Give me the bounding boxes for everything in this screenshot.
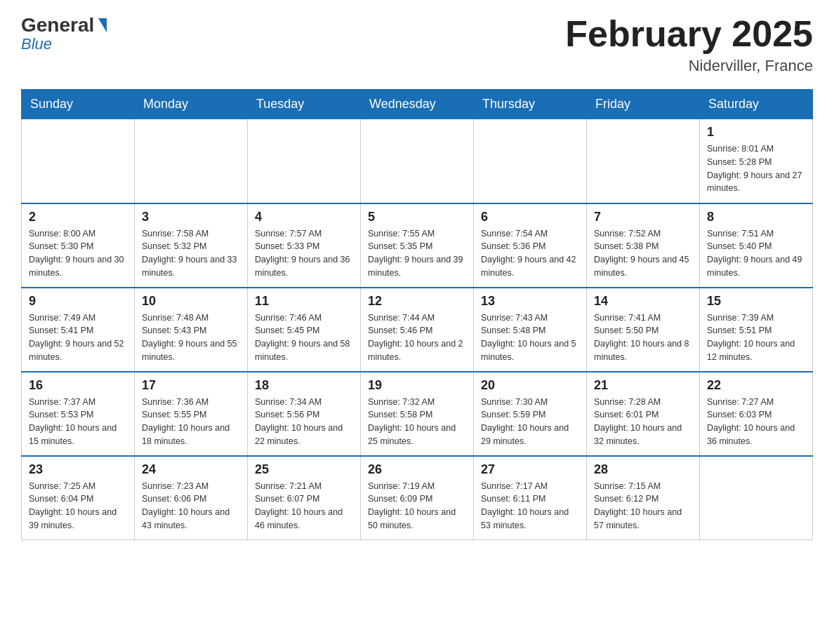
calendar-cell: 8Sunrise: 7:51 AMSunset: 5:40 PMDaylight… <box>700 203 813 288</box>
day-info: Sunrise: 7:48 AMSunset: 5:43 PMDaylight:… <box>142 311 240 364</box>
calendar-cell: 6Sunrise: 7:54 AMSunset: 5:36 PMDaylight… <box>474 203 587 288</box>
calendar-cell: 20Sunrise: 7:30 AMSunset: 5:59 PMDayligh… <box>474 372 587 456</box>
day-info: Sunrise: 7:41 AMSunset: 5:50 PMDaylight:… <box>594 311 692 364</box>
calendar-cell: 19Sunrise: 7:32 AMSunset: 5:58 PMDayligh… <box>361 372 474 456</box>
weekday-header-friday: Friday <box>587 90 700 119</box>
day-number: 7 <box>594 210 692 224</box>
calendar-table: SundayMondayTuesdayWednesdayThursdayFrid… <box>21 89 813 540</box>
week-row-3: 9Sunrise: 7:49 AMSunset: 5:41 PMDaylight… <box>22 288 813 372</box>
day-number: 19 <box>368 378 466 393</box>
day-number: 13 <box>481 294 579 309</box>
day-info: Sunrise: 7:54 AMSunset: 5:36 PMDaylight:… <box>481 227 579 280</box>
calendar-cell: 15Sunrise: 7:39 AMSunset: 5:51 PMDayligh… <box>700 288 813 372</box>
calendar-cell: 28Sunrise: 7:15 AMSunset: 6:12 PMDayligh… <box>587 456 700 540</box>
day-info: Sunrise: 8:00 AMSunset: 5:30 PMDaylight:… <box>29 227 127 280</box>
calendar-cell: 12Sunrise: 7:44 AMSunset: 5:46 PMDayligh… <box>361 288 474 372</box>
calendar-cell <box>135 119 248 203</box>
day-info: Sunrise: 7:34 AMSunset: 5:56 PMDaylight:… <box>255 396 353 448</box>
day-info: Sunrise: 7:46 AMSunset: 5:45 PMDaylight:… <box>255 311 353 364</box>
month-title: February 2025 <box>565 14 813 54</box>
day-number: 25 <box>255 462 353 477</box>
weekday-header-wednesday: Wednesday <box>361 90 474 119</box>
calendar-cell: 27Sunrise: 7:17 AMSunset: 6:11 PMDayligh… <box>474 456 587 540</box>
day-info: Sunrise: 7:58 AMSunset: 5:32 PMDaylight:… <box>142 227 240 280</box>
day-info: Sunrise: 7:17 AMSunset: 6:11 PMDaylight:… <box>481 480 579 532</box>
calendar-cell <box>361 119 474 203</box>
day-info: Sunrise: 8:01 AMSunset: 5:28 PMDaylight:… <box>707 142 805 195</box>
calendar-cell: 2Sunrise: 8:00 AMSunset: 5:30 PMDaylight… <box>22 203 135 288</box>
weekday-header-tuesday: Tuesday <box>248 90 361 119</box>
day-number: 15 <box>707 294 805 309</box>
day-number: 16 <box>29 378 127 393</box>
calendar-cell: 17Sunrise: 7:36 AMSunset: 5:55 PMDayligh… <box>135 372 248 456</box>
week-row-4: 16Sunrise: 7:37 AMSunset: 5:53 PMDayligh… <box>22 372 813 456</box>
day-number: 4 <box>255 210 353 224</box>
day-info: Sunrise: 7:37 AMSunset: 5:53 PMDaylight:… <box>29 396 127 448</box>
day-number: 5 <box>368 210 466 224</box>
calendar-cell: 23Sunrise: 7:25 AMSunset: 6:04 PMDayligh… <box>22 456 135 540</box>
day-number: 18 <box>255 378 353 393</box>
calendar-cell: 3Sunrise: 7:58 AMSunset: 5:32 PMDaylight… <box>135 203 248 288</box>
day-number: 9 <box>29 294 127 309</box>
day-number: 26 <box>368 462 466 477</box>
calendar-cell: 5Sunrise: 7:55 AMSunset: 5:35 PMDaylight… <box>361 203 474 288</box>
weekday-header-saturday: Saturday <box>700 90 813 119</box>
day-number: 17 <box>142 378 240 393</box>
calendar-cell: 21Sunrise: 7:28 AMSunset: 6:01 PMDayligh… <box>587 372 700 456</box>
calendar-cell: 4Sunrise: 7:57 AMSunset: 5:33 PMDaylight… <box>248 203 361 288</box>
weekday-header-sunday: Sunday <box>22 90 135 119</box>
day-number: 11 <box>255 294 353 309</box>
calendar-cell: 25Sunrise: 7:21 AMSunset: 6:07 PMDayligh… <box>248 456 361 540</box>
calendar-header-row: SundayMondayTuesdayWednesdayThursdayFrid… <box>22 90 813 119</box>
day-number: 1 <box>707 125 805 140</box>
day-number: 23 <box>29 462 127 477</box>
day-info: Sunrise: 7:57 AMSunset: 5:33 PMDaylight:… <box>255 227 353 280</box>
day-number: 3 <box>142 210 240 224</box>
day-info: Sunrise: 7:19 AMSunset: 6:09 PMDaylight:… <box>368 480 466 532</box>
day-info: Sunrise: 7:52 AMSunset: 5:38 PMDaylight:… <box>594 227 692 280</box>
week-row-5: 23Sunrise: 7:25 AMSunset: 6:04 PMDayligh… <box>22 456 813 540</box>
page-header: General Blue February 2025 Niderviller, … <box>21 14 813 75</box>
week-row-2: 2Sunrise: 8:00 AMSunset: 5:30 PMDaylight… <box>22 203 813 288</box>
location-text: Niderviller, France <box>565 57 813 75</box>
calendar-cell: 10Sunrise: 7:48 AMSunset: 5:43 PMDayligh… <box>135 288 248 372</box>
day-info: Sunrise: 7:23 AMSunset: 6:06 PMDaylight:… <box>142 480 240 532</box>
day-info: Sunrise: 7:43 AMSunset: 5:48 PMDaylight:… <box>481 311 579 364</box>
day-number: 2 <box>29 210 127 224</box>
calendar-cell <box>22 119 135 203</box>
calendar-cell: 24Sunrise: 7:23 AMSunset: 6:06 PMDayligh… <box>135 456 248 540</box>
day-info: Sunrise: 7:36 AMSunset: 5:55 PMDaylight:… <box>142 396 240 448</box>
calendar-cell: 14Sunrise: 7:41 AMSunset: 5:50 PMDayligh… <box>587 288 700 372</box>
calendar-cell: 11Sunrise: 7:46 AMSunset: 5:45 PMDayligh… <box>248 288 361 372</box>
calendar-cell: 26Sunrise: 7:19 AMSunset: 6:09 PMDayligh… <box>361 456 474 540</box>
day-info: Sunrise: 7:55 AMSunset: 5:35 PMDaylight:… <box>368 227 466 280</box>
day-number: 6 <box>481 210 579 224</box>
day-number: 21 <box>594 378 692 393</box>
calendar-cell: 1Sunrise: 8:01 AMSunset: 5:28 PMDaylight… <box>700 119 813 203</box>
day-info: Sunrise: 7:21 AMSunset: 6:07 PMDaylight:… <box>255 480 353 532</box>
day-number: 8 <box>707 210 805 224</box>
day-number: 20 <box>481 378 579 393</box>
calendar-cell <box>587 119 700 203</box>
day-number: 24 <box>142 462 240 477</box>
day-info: Sunrise: 7:15 AMSunset: 6:12 PMDaylight:… <box>594 480 692 532</box>
day-info: Sunrise: 7:39 AMSunset: 5:51 PMDaylight:… <box>707 311 805 364</box>
day-info: Sunrise: 7:28 AMSunset: 6:01 PMDaylight:… <box>594 396 692 448</box>
day-number: 10 <box>142 294 240 309</box>
logo-arrow-icon <box>98 18 107 32</box>
week-row-1: 1Sunrise: 8:01 AMSunset: 5:28 PMDaylight… <box>22 119 813 203</box>
calendar-cell: 22Sunrise: 7:27 AMSunset: 6:03 PMDayligh… <box>700 372 813 456</box>
weekday-header-monday: Monday <box>135 90 248 119</box>
day-info: Sunrise: 7:30 AMSunset: 5:59 PMDaylight:… <box>481 396 579 448</box>
calendar-cell <box>248 119 361 203</box>
calendar-cell: 9Sunrise: 7:49 AMSunset: 5:41 PMDaylight… <box>22 288 135 372</box>
day-number: 14 <box>594 294 692 309</box>
logo: General Blue <box>21 14 107 53</box>
day-info: Sunrise: 7:27 AMSunset: 6:03 PMDaylight:… <box>707 396 805 448</box>
day-info: Sunrise: 7:49 AMSunset: 5:41 PMDaylight:… <box>29 311 127 364</box>
weekday-header-thursday: Thursday <box>474 90 587 119</box>
day-info: Sunrise: 7:32 AMSunset: 5:58 PMDaylight:… <box>368 396 466 448</box>
calendar-cell: 13Sunrise: 7:43 AMSunset: 5:48 PMDayligh… <box>474 288 587 372</box>
day-number: 22 <box>707 378 805 393</box>
day-number: 12 <box>368 294 466 309</box>
